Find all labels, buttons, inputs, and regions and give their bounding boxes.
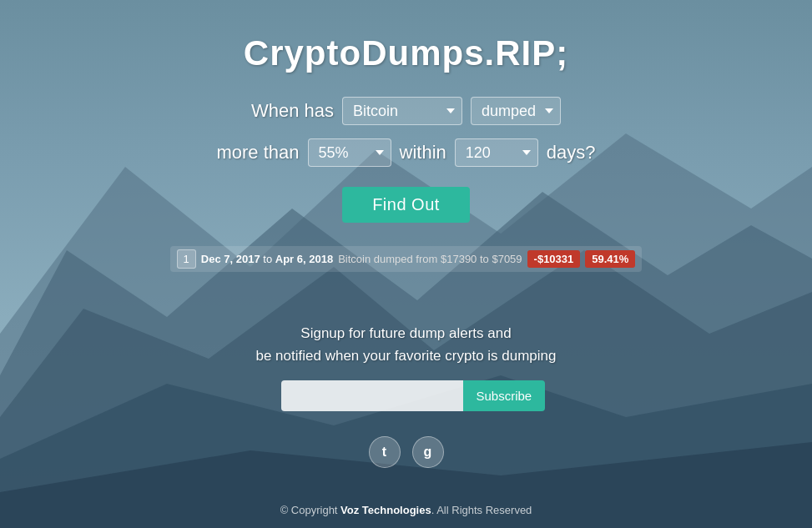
more-than-label: more than (216, 142, 299, 163)
within-label: within (400, 142, 446, 163)
find-out-button[interactable]: Find Out (342, 187, 470, 223)
percent-select[interactable]: 10% 20% 30% 40% 50% 55% 60% 70% 80% 90% (308, 138, 391, 167)
query-line-1: When has Bitcoin Ethereum Litecoin Rippl… (251, 97, 561, 125)
result-pct-change: 59.41% (585, 250, 635, 268)
query-line-2: more than 10% 20% 30% 40% 50% 55% 60% 70… (216, 138, 595, 167)
signup-section: Signup for future dump alerts and be not… (255, 322, 556, 411)
to-label: to (263, 253, 275, 265)
google-label: g (424, 445, 432, 460)
footer-text-before: © Copyright (280, 504, 340, 516)
result-number: 1 (177, 249, 196, 269)
footer: © Copyright Voz Technologies. All Rights… (0, 504, 812, 516)
action-select[interactable]: dumped pumped (471, 97, 561, 125)
results-section: 1 Dec 7, 2017 to Apr 6, 2018 Bitcoin dum… (170, 246, 643, 272)
signup-line1: Signup for future dump alerts and (300, 325, 511, 341)
twitter-label: t (382, 445, 386, 460)
days-select[interactable]: 7 14 30 60 90 120 180 365 (455, 138, 538, 167)
google-plus-icon[interactable]: g (412, 436, 444, 468)
site-title: CryptoDumps.RIP; (244, 33, 568, 73)
result-description: Bitcoin dumped from $17390 to $7059 (338, 253, 522, 265)
subscribe-button[interactable]: Subscribe (463, 380, 546, 411)
crypto-select[interactable]: Bitcoin Ethereum Litecoin Ripple Bitcoin… (342, 97, 462, 125)
date-from: Dec 7, 2017 (201, 253, 260, 265)
signup-line2: be notified when your favorite crypto is… (255, 348, 556, 364)
result-dollar-change: -$10331 (527, 250, 581, 268)
table-row: 1 Dec 7, 2017 to Apr 6, 2018 Bitcoin dum… (170, 246, 643, 272)
twitter-icon[interactable]: t (369, 436, 401, 468)
signup-heading: Signup for future dump alerts and be not… (255, 322, 556, 367)
social-icons: t g (369, 436, 444, 468)
email-row: Subscribe (281, 380, 532, 411)
footer-text-after: . All Rights Reserved (431, 504, 532, 516)
result-dates: Dec 7, 2017 to Apr 6, 2018 (201, 253, 333, 265)
email-input[interactable] (281, 380, 463, 411)
footer-brand: Voz Technologies (340, 504, 431, 516)
when-has-label: When has (251, 100, 334, 122)
date-to: Apr 6, 2018 (275, 253, 333, 265)
days-label: days? (547, 142, 596, 163)
